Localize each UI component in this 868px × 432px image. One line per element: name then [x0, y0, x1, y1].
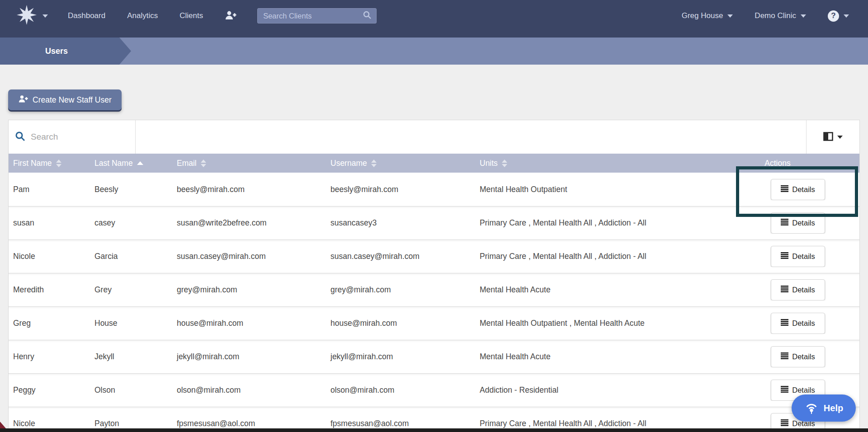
user-menu[interactable]: Greg House	[682, 11, 733, 20]
filter-spacer	[136, 120, 806, 154]
column-header[interactable]: First Name	[9, 154, 90, 173]
brand-menu[interactable]	[16, 5, 48, 27]
list-icon	[781, 419, 788, 428]
column-label: Units	[480, 159, 498, 168]
details-button-label: Details	[792, 252, 815, 261]
column-visibility-button[interactable]	[823, 132, 843, 142]
cell-username: susancasey3	[326, 218, 475, 228]
breadcrumb[interactable]: Users	[0, 38, 131, 65]
help-button[interactable]: Help	[792, 394, 856, 422]
clinic-menu[interactable]: Demo Clinic	[755, 11, 806, 20]
cell-units: Primary Care , Mental Health All , Addic…	[475, 218, 736, 228]
details-button[interactable]: Details	[771, 179, 825, 200]
table-body: Pam Beesly beesly@mirah.com beesly@mirah…	[9, 173, 859, 432]
main-content: Create New Staff User	[0, 89, 868, 432]
sort-icon	[56, 160, 61, 167]
cell-username: susan.casey@mirah.com	[326, 252, 475, 261]
table-search-input[interactable]	[31, 132, 129, 142]
add-client-button[interactable]	[225, 10, 236, 22]
table-row: Henry Jekyll jekyll@mirah.com jekyll@mir…	[9, 340, 859, 373]
create-new-staff-user-button[interactable]: Create New Staff User	[8, 89, 122, 110]
cell-units: Mental Health Acute	[475, 352, 736, 362]
cell-email: house@mirah.com	[172, 319, 326, 328]
column-header[interactable]: Last Name	[90, 154, 172, 173]
cell-username: olson@mirah.com	[326, 385, 475, 395]
chevron-down-icon	[837, 136, 843, 139]
cell-email: grey@mirah.com	[172, 285, 326, 295]
table-row: susan casey susan@write2befree.com susan…	[9, 206, 859, 239]
details-button[interactable]: Details	[771, 246, 825, 267]
cell-actions: Details	[736, 212, 859, 234]
help-menu[interactable]: ?	[828, 10, 849, 22]
column-header[interactable]: Email	[172, 154, 326, 173]
cell-actions: Details	[736, 346, 859, 367]
table-row: Peggy Olson olson@mirah.com olson@mirah.…	[9, 373, 859, 407]
column-header[interactable]: Units	[475, 154, 736, 173]
cell-email: olson@mirah.com	[172, 385, 326, 395]
users-table-panel: First Name Last Name Email Username Unit…	[8, 120, 860, 432]
sort-icon	[137, 161, 143, 165]
beacon-icon	[804, 400, 819, 417]
details-button[interactable]: Details	[771, 279, 825, 301]
cell-last-name: Payton	[90, 419, 172, 428]
cell-first-name: Meredith	[9, 285, 90, 295]
nav-links: Dashboard Analytics Clients	[68, 11, 203, 20]
list-icon	[781, 185, 788, 194]
list-icon	[781, 219, 788, 227]
sort-icon	[201, 160, 206, 167]
cell-first-name: Nicole	[9, 252, 90, 261]
details-button-label: Details	[792, 185, 815, 194]
breadcrumb-band: Users	[0, 38, 868, 65]
table-row: Meredith Grey grey@mirah.com grey@mirah.…	[9, 273, 859, 306]
cell-actions: Details	[736, 246, 859, 267]
cell-first-name: Pam	[9, 185, 90, 194]
details-button[interactable]: Details	[771, 313, 825, 334]
nav-item[interactable]: Dashboard	[68, 11, 105, 20]
list-icon	[781, 352, 788, 361]
nav-item[interactable]: Analytics	[127, 11, 158, 20]
cell-actions: Details	[736, 179, 859, 200]
starburst-logo-icon	[16, 5, 37, 27]
cell-username: jekyll@mirah.com	[326, 352, 475, 362]
cell-first-name: susan	[9, 218, 90, 228]
details-button[interactable]: Details	[771, 346, 825, 367]
list-icon	[781, 386, 788, 394]
table-row: Pam Beesly beesly@mirah.com beesly@mirah…	[9, 173, 859, 206]
cursor-artifact	[0, 422, 6, 428]
client-search-box	[257, 8, 377, 23]
cell-last-name: casey	[90, 218, 172, 228]
user-menu-label: Greg House	[682, 11, 723, 20]
list-icon	[781, 319, 788, 328]
list-icon	[781, 252, 788, 261]
cell-email: susan@write2befree.com	[172, 218, 326, 228]
cell-last-name: Olson	[90, 385, 172, 395]
table-filter-row	[9, 120, 859, 154]
details-button-label: Details	[792, 386, 815, 394]
sort-icon	[371, 160, 377, 167]
cell-first-name: Henry	[9, 352, 90, 362]
search-icon	[15, 131, 25, 143]
column-header[interactable]: Username	[326, 154, 475, 173]
column-label: Email	[177, 159, 197, 168]
cell-username: beesly@mirah.com	[326, 185, 475, 194]
columns-icon	[823, 132, 833, 142]
table-row: Nicole Garcia susan.casey@mirah.com susa…	[9, 239, 859, 273]
chevron-down-icon	[844, 14, 849, 18]
chevron-down-icon	[42, 14, 48, 18]
column-toggle-cell	[806, 120, 859, 154]
client-search-input[interactable]	[263, 12, 363, 20]
nav-item[interactable]: Clients	[179, 11, 203, 20]
cell-last-name: Jekyll	[90, 352, 172, 362]
cell-email: beesly@mirah.com	[172, 185, 326, 194]
cell-first-name: Peggy	[9, 385, 90, 395]
cell-last-name: Beesly	[90, 185, 172, 194]
chevron-down-icon	[801, 14, 806, 18]
sort-icon	[502, 160, 507, 167]
page-title: Users	[45, 47, 68, 56]
cell-actions: Details	[736, 313, 859, 334]
bottom-edge-bar	[0, 428, 868, 432]
cell-email: fpsmesusan@aol.com	[172, 419, 326, 428]
column-header[interactable]: Actions	[736, 154, 859, 173]
details-button[interactable]: Details	[771, 212, 825, 234]
help-button-label: Help	[824, 403, 843, 413]
